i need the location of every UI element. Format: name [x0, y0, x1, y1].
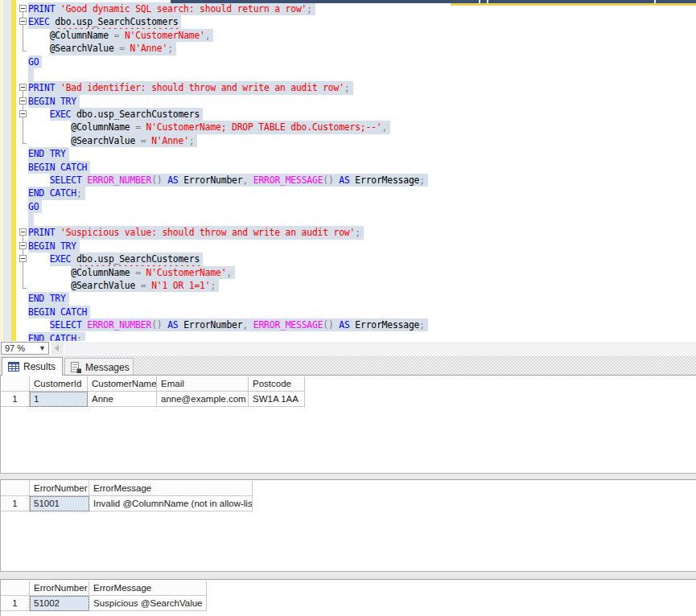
token-id: ErrorNumber	[183, 319, 242, 331]
code-area[interactable]: PRINT 'Good dynamic SQL search: should r…	[28, 0, 696, 341]
token-kw: BEGIN TRY	[28, 240, 76, 252]
sql-editor[interactable]: PRINT 'Good dynamic SQL search: should r…	[0, 0, 696, 341]
tab-messages[interactable]: Messages	[64, 358, 134, 376]
code-line-15[interactable]: END CATCH;	[28, 187, 85, 199]
fold-collapse-box[interactable]	[19, 110, 27, 117]
horizontal-scrollbar[interactable]	[64, 342, 696, 355]
grid-column-header[interactable]: ErrorMessage	[89, 581, 207, 596]
row-number-cell[interactable]: 1	[1, 392, 30, 407]
indent	[28, 135, 71, 146]
token-fn: ERROR_MESSAGE	[253, 319, 323, 331]
grid-cell[interactable]: Invalid @ColumnName (not in allow-list)	[89, 496, 253, 511]
grid-cell[interactable]: SW1A 1AA	[249, 392, 305, 407]
grid-corner-cell[interactable]	[1, 581, 30, 596]
fold-collapse-box[interactable]	[19, 5, 27, 12]
fold-collapse-box[interactable]	[19, 97, 27, 105]
fold-connector	[23, 236, 23, 241]
token-str: N'1 OR 1=1'	[151, 280, 210, 291]
code-line-18[interactable]: PRINT 'Suspicious value: should throw an…	[28, 226, 364, 239]
grid-column-header[interactable]: CustomerName	[88, 376, 157, 392]
grid-splitter-1[interactable]	[0, 473, 696, 479]
grid-corner-cell[interactable]	[1, 481, 30, 496]
token-sp	[109, 30, 114, 41]
selection-highlight: EXEC dbo.usp_SearchCustomers	[50, 108, 203, 121]
code-line-6[interactable]	[28, 68, 34, 81]
code-line-23[interactable]: END TRY	[28, 292, 69, 305]
code-line-5[interactable]: GO	[28, 55, 42, 68]
token-sp	[71, 253, 76, 265]
code-line-13[interactable]: BEGIN CATCH	[28, 161, 90, 174]
selection-highlight: @SearchValue = N'1 OR 1=1';	[71, 279, 219, 292]
grid-corner-cell[interactable]	[1, 376, 30, 392]
fold-collapse-box[interactable]	[19, 18, 27, 25]
row-number-cell[interactable]: 1	[1, 596, 30, 611]
grid-column-header[interactable]: ErrorNumber	[30, 581, 89, 596]
code-line-8[interactable]: BEGIN TRY	[28, 95, 80, 108]
grid-column-header[interactable]: ErrorNumber	[30, 481, 89, 496]
code-line-26[interactable]: END CATCH;	[28, 332, 85, 342]
grid-cell[interactable]: Anne	[88, 392, 157, 407]
token-ids: dbo.usp_SearchCustomers	[76, 109, 200, 120]
code-line-25[interactable]: SELECT ERROR_NUMBER() AS ErrorNumber, ER…	[28, 318, 428, 331]
fold-collapse-box[interactable]	[19, 242, 27, 249]
grid-column-header[interactable]: Postcode	[249, 376, 305, 392]
code-line-12[interactable]: END TRY	[28, 147, 69, 160]
token-sp	[135, 135, 141, 146]
code-line-22[interactable]: @SearchValue = N'1 OR 1=1';	[28, 279, 219, 292]
selection-highlight	[28, 213, 34, 226]
token-fn: ERROR_NUMBER	[87, 175, 151, 186]
token-sp	[141, 267, 146, 278]
token-id: ErrorMessage	[355, 175, 419, 186]
token-id: @SearchValue	[71, 135, 135, 146]
code-line-9[interactable]: EXEC dbo.usp_SearchCustomers	[28, 108, 203, 121]
tab-results[interactable]: Results	[2, 357, 63, 376]
code-line-17[interactable]	[28, 213, 34, 226]
code-line-7[interactable]: PRINT 'Bad identifier: should throw and …	[28, 81, 353, 94]
accent-line	[451, 3, 696, 6]
row-number-cell[interactable]: 1	[1, 496, 30, 511]
selection-highlight: EXEC dbo.usp_SearchCustomers	[50, 253, 203, 265]
grid-cell[interactable]: 51001	[30, 496, 89, 511]
grid-column-header[interactable]: ErrorMessage	[89, 481, 253, 496]
grid-cell[interactable]: 1	[30, 392, 88, 407]
code-line-19[interactable]: BEGIN TRY	[28, 240, 80, 253]
code-line-14[interactable]: SELECT ERROR_NUMBER() AS ErrorNumber, ER…	[28, 174, 428, 187]
grid-cell[interactable]: anne@example.com	[157, 392, 249, 407]
code-line-24[interactable]: BEGIN CATCH	[28, 306, 90, 318]
code-line-20[interactable]: EXEC dbo.usp_SearchCustomers	[28, 253, 203, 265]
token-sp	[248, 319, 253, 331]
code-line-11[interactable]: @SearchValue = N'Anne';	[28, 134, 197, 147]
grid-splitter-2[interactable]	[0, 571, 696, 579]
token-sp	[248, 175, 253, 186]
fold-collapse-box[interactable]	[19, 84, 27, 91]
grid-cell[interactable]: 51002	[30, 596, 89, 611]
code-line-16[interactable]: GO	[28, 200, 42, 213]
grid-column-header[interactable]: Email	[157, 376, 249, 392]
token-str: 'Good dynamic SQL search: should return …	[60, 3, 307, 14]
token-op: ;	[355, 227, 360, 238]
fold-connector-foot	[23, 288, 27, 289]
indent	[28, 30, 50, 41]
token-kw: PRINT	[28, 227, 55, 238]
token-kw: BEGIN CATCH	[28, 306, 87, 318]
code-line-10[interactable]: @ColumnName = N'CustomerName; DROP TABLE…	[28, 121, 390, 133]
token-op: ()	[323, 175, 333, 186]
token-kw: AS	[339, 319, 349, 331]
zoom-level-select[interactable]: 97 % ▼	[1, 342, 49, 355]
grid-column-header[interactable]: CustomerId	[30, 376, 88, 392]
selection-highlight: SELECT ERROR_NUMBER() AS ErrorNumber, ER…	[50, 318, 428, 331]
editor-bottom-bar: 97 % ▼	[0, 341, 696, 355]
code-line-21[interactable]: @ColumnName = N'CustomerName',	[28, 266, 235, 279]
code-line-4[interactable]: @SearchValue = N'Anne';	[28, 42, 176, 55]
scroll-left-button[interactable]	[51, 342, 64, 355]
token-kw: BEGIN CATCH	[28, 162, 87, 173]
fold-collapse-box[interactable]	[19, 228, 27, 236]
fold-collapse-box[interactable]	[19, 255, 27, 262]
selection-highlight: BEGIN CATCH	[28, 161, 90, 174]
token-kw: PRINT	[28, 82, 55, 93]
grid-cell[interactable]: Suspicious @SearchValue	[89, 596, 207, 611]
code-line-3[interactable]: @ColumnName = N'CustomerName',	[28, 29, 213, 42]
code-line-2[interactable]: EXEC dbo.usp_SearchCustomers	[28, 15, 181, 28]
token-op: =	[141, 135, 146, 146]
code-line-1[interactable]: PRINT 'Good dynamic SQL search: should r…	[28, 2, 315, 15]
